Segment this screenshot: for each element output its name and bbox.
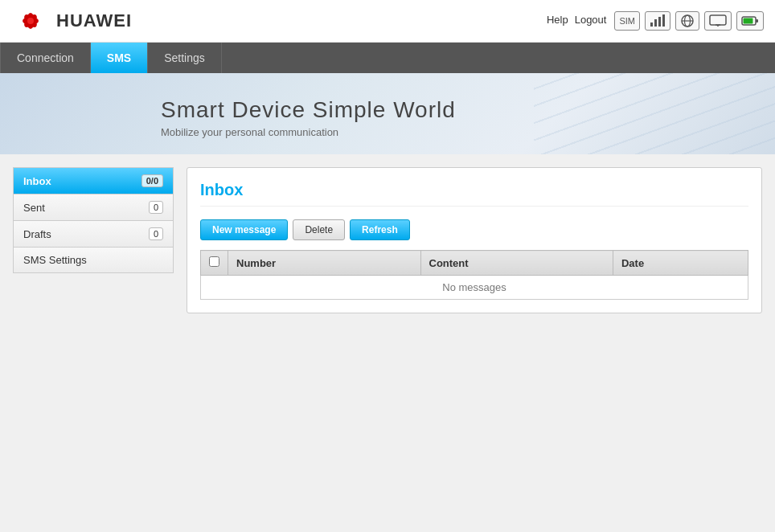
logo-area: HUAWEI bbox=[11, 5, 132, 37]
sidebar-item-sent[interactable]: Sent 0 bbox=[13, 194, 174, 220]
sidebar: Inbox 0/0 Sent 0 Drafts 0 SMS Settings bbox=[13, 167, 174, 313]
messages-table: Number Content Date No messages bbox=[200, 250, 748, 300]
huawei-logo-icon bbox=[11, 5, 50, 37]
svg-rect-8 bbox=[662, 14, 665, 27]
svg-rect-5 bbox=[650, 23, 653, 27]
help-logout-bar: Help Logout bbox=[547, 14, 607, 26]
no-messages-row: No messages bbox=[201, 276, 748, 300]
svg-point-4 bbox=[27, 18, 34, 24]
no-messages-cell: No messages bbox=[201, 276, 748, 300]
new-message-button[interactable]: New message bbox=[200, 219, 288, 240]
sidebar-item-inbox[interactable]: Inbox 0/0 bbox=[13, 167, 174, 194]
sim-icon: SIM bbox=[614, 11, 640, 31]
refresh-button[interactable]: Refresh bbox=[350, 219, 410, 240]
table-header-content: Content bbox=[420, 251, 613, 276]
hero-subtitle: Mobilize your personal communication bbox=[161, 126, 743, 138]
battery-icon bbox=[736, 11, 764, 31]
status-icons-bar: SIM bbox=[614, 11, 764, 31]
nav-item-connection[interactable]: Connection bbox=[0, 43, 91, 73]
table-header-date: Date bbox=[613, 251, 748, 276]
table-header-number: Number bbox=[228, 251, 421, 276]
help-link[interactable]: Help bbox=[547, 14, 568, 26]
content-panel: Inbox New message Delete Refresh Number … bbox=[187, 167, 762, 313]
drafts-badge: 0 bbox=[149, 227, 163, 240]
svg-rect-6 bbox=[654, 19, 657, 27]
sidebar-item-drafts[interactable]: Drafts 0 bbox=[13, 220, 174, 247]
nav-bar: Connection SMS Settings bbox=[0, 43, 775, 73]
table-header-checkbox bbox=[201, 251, 228, 276]
nav-item-settings[interactable]: Settings bbox=[148, 43, 222, 73]
nav-item-sms[interactable]: SMS bbox=[91, 43, 148, 73]
logo-text: HUAWEI bbox=[56, 10, 132, 31]
sidebar-item-sms-settings[interactable]: SMS Settings bbox=[13, 247, 174, 273]
hero-banner: Smart Device Simple World Mobilize your … bbox=[0, 73, 775, 154]
select-all-checkbox[interactable] bbox=[209, 256, 219, 267]
logout-link[interactable]: Logout bbox=[575, 14, 607, 26]
top-bar: HUAWEI Help Logout SIM bbox=[0, 0, 775, 43]
top-right-area: Help Logout SIM bbox=[547, 11, 764, 31]
svg-rect-12 bbox=[710, 15, 726, 25]
inbox-badge: 0/0 bbox=[141, 174, 163, 187]
toolbar: New message Delete Refresh bbox=[200, 219, 748, 240]
main-content: Inbox 0/0 Sent 0 Drafts 0 SMS Settings I… bbox=[0, 154, 775, 326]
hero-title: Smart Device Simple World bbox=[161, 97, 743, 123]
signal-icon bbox=[645, 11, 670, 31]
svg-rect-17 bbox=[744, 18, 753, 24]
delete-button[interactable]: Delete bbox=[293, 219, 345, 240]
sent-badge: 0 bbox=[149, 201, 163, 214]
inbox-title: Inbox bbox=[200, 181, 748, 207]
svg-rect-16 bbox=[756, 19, 758, 23]
monitor-icon bbox=[704, 11, 732, 31]
globe-icon bbox=[675, 11, 699, 31]
svg-rect-7 bbox=[658, 17, 661, 27]
